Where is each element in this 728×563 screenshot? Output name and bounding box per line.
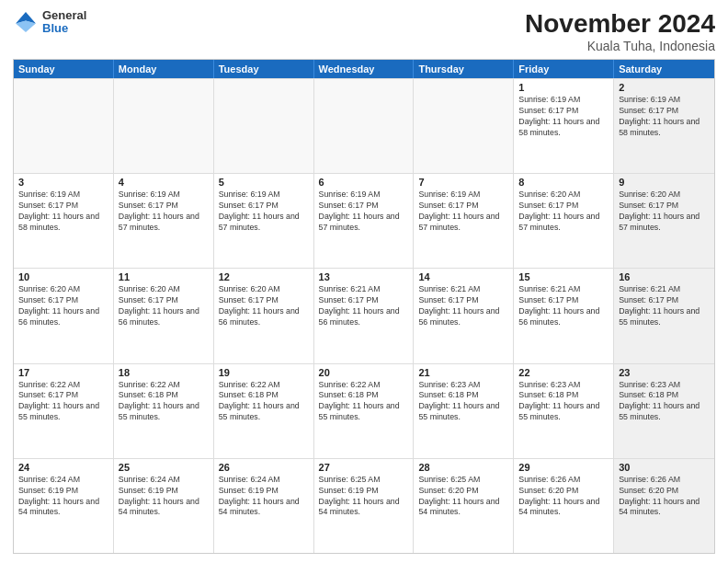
day-number: 24: [18, 462, 108, 473]
day-info: Sunrise: 6:19 AM Sunset: 6:17 PM Dayligh…: [619, 95, 710, 139]
day-number: 9: [619, 177, 710, 188]
calendar-row: 10Sunrise: 6:20 AM Sunset: 6:17 PM Dayli…: [14, 268, 714, 362]
empty-cell: [314, 79, 415, 173]
day-cell: 21Sunrise: 6:23 AM Sunset: 6:18 PM Dayli…: [414, 364, 514, 458]
day-cell: 13Sunrise: 6:21 AM Sunset: 6:17 PM Dayli…: [314, 269, 415, 362]
day-cell: 23Sunrise: 6:23 AM Sunset: 6:18 PM Dayli…: [614, 364, 714, 458]
day-number: 12: [219, 271, 309, 282]
day-number: 21: [418, 367, 508, 378]
day-number: 28: [418, 462, 508, 473]
day-number: 7: [418, 177, 508, 188]
day-info: Sunrise: 6:20 AM Sunset: 6:17 PM Dayligh…: [518, 190, 609, 234]
logo-general: General: [42, 9, 86, 22]
weekday-header: Saturday: [614, 60, 714, 78]
day-info: Sunrise: 6:23 AM Sunset: 6:18 PM Dayligh…: [619, 380, 710, 424]
calendar: SundayMondayTuesdayWednesdayThursdayFrid…: [13, 59, 715, 554]
day-number: 8: [518, 177, 609, 188]
day-info: Sunrise: 6:22 AM Sunset: 6:18 PM Dayligh…: [219, 380, 309, 424]
day-info: Sunrise: 6:26 AM Sunset: 6:20 PM Dayligh…: [619, 475, 710, 519]
day-cell: 22Sunrise: 6:23 AM Sunset: 6:18 PM Dayli…: [514, 364, 614, 458]
day-info: Sunrise: 6:21 AM Sunset: 6:17 PM Dayligh…: [518, 284, 609, 328]
day-cell: 30Sunrise: 6:26 AM Sunset: 6:20 PM Dayli…: [614, 459, 714, 553]
weekday-header: Tuesday: [214, 60, 314, 78]
day-info: Sunrise: 6:21 AM Sunset: 6:17 PM Dayligh…: [619, 284, 710, 328]
title-area: November 2024 Kuala Tuha, Indonesia: [525, 9, 715, 53]
day-cell: 29Sunrise: 6:26 AM Sunset: 6:20 PM Dayli…: [514, 459, 614, 553]
day-info: Sunrise: 6:19 AM Sunset: 6:17 PM Dayligh…: [18, 190, 108, 234]
page-title: November 2024: [525, 9, 715, 39]
day-number: 27: [319, 462, 409, 473]
day-number: 22: [518, 367, 609, 378]
day-number: 3: [18, 177, 108, 188]
day-number: 15: [518, 271, 609, 282]
day-number: 11: [119, 271, 209, 282]
day-cell: 4Sunrise: 6:19 AM Sunset: 6:17 PM Daylig…: [114, 174, 214, 268]
empty-cell: [214, 79, 314, 173]
day-cell: 19Sunrise: 6:22 AM Sunset: 6:18 PM Dayli…: [214, 364, 314, 458]
day-info: Sunrise: 6:19 AM Sunset: 6:17 PM Dayligh…: [119, 190, 209, 234]
logo-blue: Blue: [42, 22, 86, 35]
day-cell: 8Sunrise: 6:20 AM Sunset: 6:17 PM Daylig…: [514, 174, 614, 268]
day-cell: 26Sunrise: 6:24 AM Sunset: 6:19 PM Dayli…: [214, 459, 314, 553]
weekday-header: Friday: [514, 60, 614, 78]
day-cell: 9Sunrise: 6:20 AM Sunset: 6:17 PM Daylig…: [614, 174, 714, 268]
day-number: 1: [518, 82, 609, 93]
day-cell: 20Sunrise: 6:22 AM Sunset: 6:18 PM Dayli…: [314, 364, 415, 458]
weekday-header: Thursday: [414, 60, 514, 78]
day-number: 19: [219, 367, 309, 378]
empty-cell: [414, 79, 514, 173]
day-info: Sunrise: 6:19 AM Sunset: 6:17 PM Dayligh…: [418, 190, 508, 234]
day-cell: 15Sunrise: 6:21 AM Sunset: 6:17 PM Dayli…: [514, 269, 614, 362]
day-cell: 7Sunrise: 6:19 AM Sunset: 6:17 PM Daylig…: [414, 174, 514, 268]
day-info: Sunrise: 6:23 AM Sunset: 6:18 PM Dayligh…: [418, 380, 508, 424]
day-info: Sunrise: 6:19 AM Sunset: 6:17 PM Dayligh…: [518, 95, 609, 139]
day-info: Sunrise: 6:22 AM Sunset: 6:18 PM Dayligh…: [319, 380, 409, 424]
day-number: 18: [119, 367, 209, 378]
day-number: 30: [619, 462, 710, 473]
day-number: 17: [18, 367, 108, 378]
day-cell: 10Sunrise: 6:20 AM Sunset: 6:17 PM Dayli…: [14, 269, 114, 362]
calendar-row: 3Sunrise: 6:19 AM Sunset: 6:17 PM Daylig…: [14, 173, 714, 268]
day-cell: 25Sunrise: 6:24 AM Sunset: 6:19 PM Dayli…: [114, 459, 214, 553]
day-info: Sunrise: 6:20 AM Sunset: 6:17 PM Dayligh…: [119, 284, 209, 328]
day-number: 5: [219, 177, 309, 188]
day-info: Sunrise: 6:25 AM Sunset: 6:20 PM Dayligh…: [418, 475, 508, 519]
day-info: Sunrise: 6:20 AM Sunset: 6:17 PM Dayligh…: [619, 190, 710, 234]
day-info: Sunrise: 6:22 AM Sunset: 6:18 PM Dayligh…: [119, 380, 209, 424]
day-info: Sunrise: 6:26 AM Sunset: 6:20 PM Dayligh…: [518, 475, 609, 519]
day-cell: 3Sunrise: 6:19 AM Sunset: 6:17 PM Daylig…: [14, 174, 114, 268]
day-number: 6: [319, 177, 409, 188]
day-cell: 12Sunrise: 6:20 AM Sunset: 6:17 PM Dayli…: [214, 269, 314, 362]
day-cell: 24Sunrise: 6:24 AM Sunset: 6:19 PM Dayli…: [14, 459, 114, 553]
day-info: Sunrise: 6:25 AM Sunset: 6:19 PM Dayligh…: [319, 475, 409, 519]
day-number: 13: [319, 271, 409, 282]
day-cell: 1Sunrise: 6:19 AM Sunset: 6:17 PM Daylig…: [514, 79, 614, 173]
calendar-row: 1Sunrise: 6:19 AM Sunset: 6:17 PM Daylig…: [14, 78, 714, 173]
day-cell: 14Sunrise: 6:21 AM Sunset: 6:17 PM Dayli…: [414, 269, 514, 362]
day-number: 4: [119, 177, 209, 188]
day-cell: 18Sunrise: 6:22 AM Sunset: 6:18 PM Dayli…: [114, 364, 214, 458]
day-info: Sunrise: 6:24 AM Sunset: 6:19 PM Dayligh…: [219, 475, 309, 519]
empty-cell: [14, 79, 114, 173]
day-number: 26: [219, 462, 309, 473]
logo-icon: [13, 9, 39, 35]
empty-cell: [114, 79, 214, 173]
calendar-body: 1Sunrise: 6:19 AM Sunset: 6:17 PM Daylig…: [14, 78, 714, 553]
page-subtitle: Kuala Tuha, Indonesia: [525, 39, 715, 53]
day-info: Sunrise: 6:24 AM Sunset: 6:19 PM Dayligh…: [18, 475, 108, 519]
page: General Blue November 2024 Kuala Tuha, I…: [0, 0, 728, 563]
day-info: Sunrise: 6:21 AM Sunset: 6:17 PM Dayligh…: [319, 284, 409, 328]
calendar-row: 24Sunrise: 6:24 AM Sunset: 6:19 PM Dayli…: [14, 458, 714, 553]
day-number: 20: [319, 367, 409, 378]
day-cell: 11Sunrise: 6:20 AM Sunset: 6:17 PM Dayli…: [114, 269, 214, 362]
weekday-header: Sunday: [14, 60, 114, 78]
day-number: 10: [18, 271, 108, 282]
calendar-row: 17Sunrise: 6:22 AM Sunset: 6:17 PM Dayli…: [14, 363, 714, 458]
day-cell: 27Sunrise: 6:25 AM Sunset: 6:19 PM Dayli…: [314, 459, 415, 553]
day-info: Sunrise: 6:23 AM Sunset: 6:18 PM Dayligh…: [518, 380, 609, 424]
day-cell: 5Sunrise: 6:19 AM Sunset: 6:17 PM Daylig…: [214, 174, 314, 268]
day-info: Sunrise: 6:21 AM Sunset: 6:17 PM Dayligh…: [418, 284, 508, 328]
header: General Blue November 2024 Kuala Tuha, I…: [13, 9, 715, 53]
day-number: 14: [418, 271, 508, 282]
day-number: 16: [619, 271, 710, 282]
